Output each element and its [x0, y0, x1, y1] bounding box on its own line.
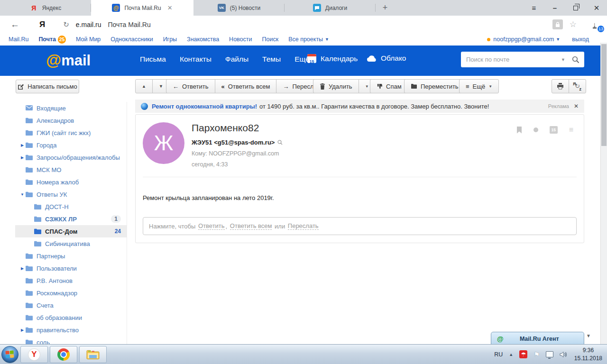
sidebar-folder[interactable]: соль	[15, 336, 127, 344]
link-novosti[interactable]: Новости	[229, 36, 252, 43]
account-chevron-icon[interactable]: ▼	[556, 37, 560, 42]
sidebar-folder[interactable]: Сибинициатива	[15, 237, 127, 250]
quick-reply-all-link[interactable]: Ответить всем	[230, 222, 272, 230]
sidebar-folder[interactable]: ▶Запросы/обращения/жалобы	[15, 151, 127, 164]
back-icon[interactable]: ←	[10, 19, 19, 30]
folder-expand-icon[interactable]: ▶	[19, 266, 26, 271]
cloud-link[interactable]: Облако	[367, 54, 406, 63]
sidebar-folder[interactable]: ДОСТ-Н	[15, 200, 127, 213]
nav-letters[interactable]: Письма	[140, 55, 166, 64]
browser-tab[interactable]: VK(5) Новости	[193, 0, 285, 16]
browser-tab[interactable]: Диалоги	[285, 0, 376, 16]
quick-reply-link[interactable]: Ответить	[198, 222, 225, 230]
sidebar-folder[interactable]: Номера жалоб	[15, 176, 127, 188]
sidebar-folder[interactable]: ▶Пользователи	[15, 262, 127, 274]
link-poisk[interactable]: Поиск	[262, 36, 279, 43]
sidebar-folder[interactable]: Роскомнадзор	[15, 287, 127, 299]
translate-button[interactable]: Я z ↻	[569, 79, 586, 93]
sidebar-folder[interactable]: МСК МО	[15, 164, 127, 176]
tab-close-icon[interactable]: ✕	[167, 4, 173, 11]
sidebar-folder[interactable]: Партнеры	[15, 250, 127, 262]
avira-icon[interactable]: ☂	[519, 350, 527, 358]
sidebar-folder[interactable]: СЗЖКХ ЛР1	[15, 213, 127, 225]
link-igry[interactable]: Игры	[163, 36, 177, 43]
unread-dot-icon[interactable]	[533, 127, 538, 132]
search-sender-icon[interactable]	[277, 140, 283, 145]
nav-themes[interactable]: Темы	[262, 55, 281, 64]
calendar-badge-icon[interactable]: 15	[550, 126, 558, 134]
sidebar-folder[interactable]: Входящие	[15, 102, 127, 114]
mail-logo[interactable]: @mail	[46, 51, 91, 69]
sidebar-folder[interactable]: СПАС-Дом24	[15, 225, 127, 237]
language-indicator[interactable]: RU	[494, 351, 503, 358]
sidebar-folder[interactable]: ▶Города	[15, 139, 127, 151]
ad-close-icon[interactable]: ✕	[574, 103, 579, 109]
flag-bookmark-icon[interactable]	[516, 127, 522, 134]
start-button[interactable]	[1, 346, 18, 363]
browser-tab[interactable]: @Почта Mail.Ru✕	[91, 0, 193, 16]
message-from[interactable]: ЖЭУ51 <g51@spas-dom.ru>	[192, 139, 275, 146]
nav-contacts[interactable]: Контакты	[180, 55, 212, 64]
calendar-link[interactable]: 15 Календарь	[307, 54, 358, 63]
link-znakomstva[interactable]: Знакомства	[187, 36, 219, 43]
sidebar-folder[interactable]: ГЖИ (сайт гис жкх)	[15, 127, 127, 139]
action-center-flag-icon[interactable]: ⚑	[533, 351, 540, 358]
reply-button[interactable]: ← Ответить	[166, 79, 215, 93]
bookmark-star-icon[interactable]: ☆	[570, 19, 577, 29]
close-icon[interactable]: ✕	[586, 4, 607, 12]
delete-button[interactable]: Удалить	[313, 79, 359, 93]
link-odnoklassniki[interactable]: Одноклассники	[110, 36, 153, 43]
network-icon[interactable]	[546, 351, 553, 357]
browser-menu-icon[interactable]: ≡	[524, 4, 544, 12]
search-scope-chevron-icon[interactable]: ▼	[556, 57, 570, 62]
lock-icon[interactable]	[552, 19, 563, 29]
sidebar-folder[interactable]: ▶правительство	[15, 324, 127, 336]
reply-all-button[interactable]: « Ответить всем	[215, 79, 277, 93]
url-field[interactable]: ↻ e.mail.ru Почта Mail.Ru ☆	[63, 19, 593, 29]
taskbar-chrome[interactable]	[50, 346, 77, 363]
print-button[interactable]	[552, 79, 569, 93]
nav-files[interactable]: Файлы	[225, 55, 248, 64]
taskbar-clock[interactable]: 9:3615.11.2018	[574, 346, 602, 362]
sidebar-folder[interactable]: об образовании	[15, 311, 127, 324]
sidebar-folder[interactable]: Счета	[15, 299, 127, 311]
more-button[interactable]: ≡ Ещё ▼	[459, 79, 499, 93]
minimize-icon[interactable]: –	[544, 4, 565, 12]
page-scrollbar[interactable]	[600, 43, 607, 344]
link-mailru[interactable]: Mail.Ru	[9, 36, 28, 43]
volume-icon[interactable]	[560, 351, 567, 358]
quick-reply-field[interactable]: Нажмите, чтобы Ответить, Ответить всем и…	[143, 217, 577, 235]
sidebar-folder[interactable]: Р.В. Антонов	[15, 274, 127, 287]
refresh-icon[interactable]: ↻	[63, 20, 69, 29]
sender-avatar[interactable]: Ж	[143, 122, 184, 164]
link-moimir[interactable]: Мой Мир	[76, 36, 101, 43]
download-icon[interactable]: ↓ 13	[593, 20, 600, 29]
new-tab-button[interactable]: +	[376, 0, 395, 16]
taskbar-yandex-browser[interactable]: Y	[20, 346, 48, 363]
sidebar-folder[interactable]: Александров	[15, 114, 127, 127]
account-email[interactable]: noofzppgp@gmail.com	[493, 36, 554, 43]
compose-button[interactable]: Написать письмо	[16, 80, 79, 93]
scrollbar-thumb[interactable]	[601, 44, 607, 146]
prev-message-button[interactable]: ▲	[135, 79, 153, 93]
folder-expand-icon[interactable]: ▶	[19, 155, 26, 160]
search-input[interactable]	[461, 56, 556, 63]
message-menu-icon[interactable]: ≡	[569, 127, 573, 132]
quick-forward-link[interactable]: Переслать	[288, 222, 319, 230]
link-pochta[interactable]: Почта	[38, 36, 56, 43]
logout-link[interactable]: выход	[572, 36, 589, 43]
search-icon[interactable]	[570, 56, 584, 64]
restore-icon[interactable]	[565, 4, 586, 12]
link-vse-proekty[interactable]: Все проекты	[288, 36, 323, 43]
browser-tab[interactable]: ЯЯндекс	[0, 0, 91, 16]
folder-expand-icon[interactable]: ▶	[19, 328, 26, 332]
yandex-browser-icon[interactable]: Я	[39, 20, 45, 29]
folder-expand-icon[interactable]: ▶	[19, 143, 26, 147]
folder-expand-icon[interactable]: ▼	[19, 192, 26, 197]
spam-button[interactable]: Спам	[370, 79, 408, 93]
taskbar-explorer[interactable]	[79, 346, 107, 363]
ad-link[interactable]: Ремонт однокомнатной квартиры!	[152, 103, 257, 110]
agent-collapse-icon[interactable]: ▼	[586, 333, 591, 338]
sidebar-folder[interactable]: ▼Ответы УК	[15, 188, 127, 200]
tray-expand-icon[interactable]: ▲	[509, 352, 513, 357]
